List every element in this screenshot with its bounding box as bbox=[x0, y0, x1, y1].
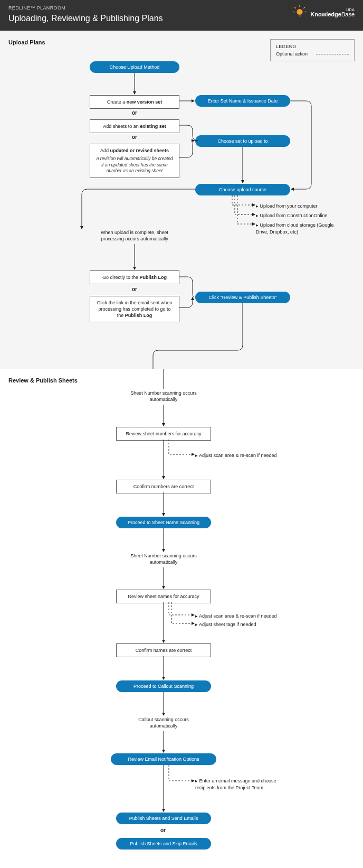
page-title: Uploading, Reviewing & Publishing Plans bbox=[8, 14, 163, 23]
step-publish-send: Publish Sheets and Send Emails bbox=[116, 813, 211, 824]
step-new-version-set: Create a new version set bbox=[90, 95, 179, 109]
or-label: or bbox=[132, 286, 137, 292]
text-callout-scan: Callout scanning occurs automatically bbox=[127, 716, 200, 729]
svg-rect-1 bbox=[299, 15, 301, 17]
dashed-line-icon bbox=[316, 54, 349, 54]
step-go-publish-log: Go directly to the Publish Log bbox=[90, 270, 179, 284]
step-confirm-numbers: Confirm numbers are correct bbox=[116, 480, 211, 493]
step-confirm-names: Confirm names are correct bbox=[116, 643, 211, 657]
note-adjust-tags: ▸ Adjust sheet tags if needed bbox=[195, 621, 256, 628]
section-review-publish: Review & Publish Sheets Sheet Number sca… bbox=[0, 369, 363, 865]
note-adjust-scan2: ▸ Adjust scan area & re-scan if needed bbox=[195, 613, 277, 620]
legend-box: LEGEND Optional action bbox=[270, 39, 355, 61]
knowledgebase-logo: UDA KnowledgeBase bbox=[292, 5, 355, 20]
section-title: Review & Publish Sheets bbox=[8, 377, 355, 384]
note-upload-computer: ▸ Upload from your computer bbox=[256, 203, 318, 210]
step-review-email: Review Email Notification Options bbox=[111, 753, 216, 765]
step-email-link: Click the link in the email sent when pr… bbox=[90, 296, 179, 322]
page-header: REDLINE™ PLANROOM Uploading, Reviewing &… bbox=[0, 0, 363, 31]
note-upload-co: ▸ Upload from ConstructionOnline bbox=[256, 212, 328, 219]
step-review-publish: Click "Review & Publish Sheets" bbox=[195, 292, 290, 303]
step-choose-set: Choose set to upload to bbox=[195, 135, 290, 147]
or-label: or bbox=[132, 134, 137, 140]
step-revised-sheets: Add updated or revised sheets A revision… bbox=[90, 144, 179, 178]
text-processing-auto: When upload is complete, sheet processin… bbox=[95, 229, 174, 242]
or-label: or bbox=[160, 827, 166, 833]
svg-line-4 bbox=[304, 7, 305, 8]
text-num-scan: Sheet Number scanning occurs automatical… bbox=[121, 390, 206, 403]
step-review-names: Review sheet names for accuracy bbox=[116, 590, 211, 603]
section-upload-plans: Upload Plans LEGEND Optional action Choo… bbox=[0, 31, 363, 369]
note-email-msg: ▸ Enter an email message and choose reci… bbox=[195, 778, 290, 791]
or-label: or bbox=[132, 110, 137, 116]
step-proceed-callout: Proceed to Callout Scanning bbox=[116, 680, 211, 692]
svg-point-0 bbox=[297, 9, 303, 15]
note-adjust-scan: ▸ Adjust scan area & re-scan if needed bbox=[195, 452, 277, 459]
text-name-scan: Sheet Number scanning occurs automatical… bbox=[121, 553, 206, 565]
breadcrumb: REDLINE™ PLANROOM bbox=[8, 5, 163, 11]
step-review-numbers: Review sheet numbers for accuracy bbox=[116, 427, 211, 441]
note-upload-cloud: ▸ Upload from cloud storage (Google Driv… bbox=[256, 222, 346, 235]
lightbulb-icon bbox=[292, 5, 307, 20]
step-choose-upload-method: Choose Upload Method bbox=[90, 61, 179, 73]
step-publish-skip: Publish Sheets and Skip Emails bbox=[116, 838, 211, 850]
step-proceed-name-scan: Proceed to Sheet Name Scanning bbox=[116, 517, 211, 528]
step-existing-set: Add sheets to an existing set bbox=[90, 119, 179, 133]
step-enter-set-name: Enter Set Name & Issuance Date bbox=[195, 95, 290, 107]
svg-line-3 bbox=[294, 7, 295, 8]
step-choose-source: Choose upload source bbox=[195, 184, 290, 195]
